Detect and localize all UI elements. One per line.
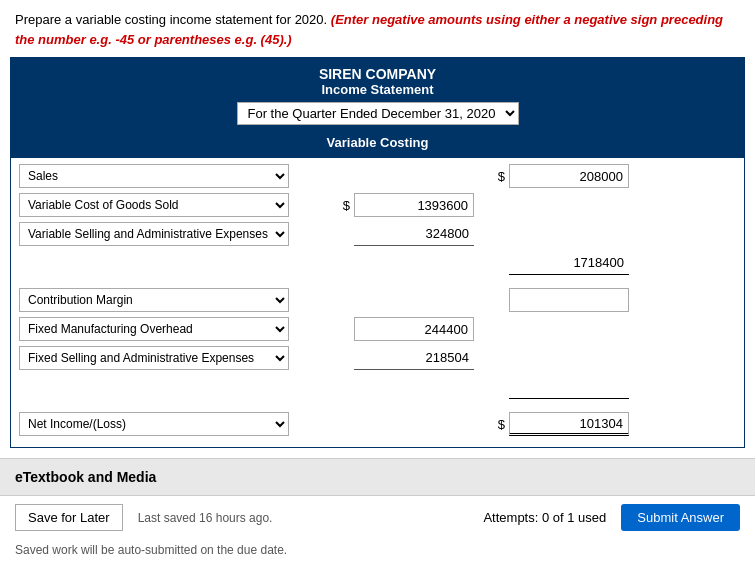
etextbook-label: eTextbook and Media — [15, 469, 156, 485]
table-body: Sales $ 208000 Variable Cost of Goods So… — [11, 158, 744, 447]
sales-select[interactable]: Sales — [19, 164, 289, 188]
netincome-select[interactable]: Net Income/(Loss) — [19, 412, 289, 436]
sales-col2: $ 208000 — [474, 164, 629, 188]
save-button[interactable]: Save for Later — [15, 504, 123, 531]
subtotal1-col2: 1718400 — [474, 251, 629, 275]
sales-dollar: $ — [494, 169, 509, 184]
company-name: SIREN COMPANY — [15, 66, 740, 82]
subtotal1-row: 1718400 — [19, 251, 736, 275]
sales-input[interactable]: 208000 — [509, 164, 629, 188]
netincome-label-cell: Net Income/(Loss) — [19, 412, 319, 436]
fixsell-input[interactable]: 218504 — [354, 346, 474, 370]
statement-title: Income Statement — [15, 82, 740, 97]
contrib-input[interactable] — [509, 288, 629, 312]
netincome-dollar: $ — [494, 417, 509, 432]
instruction-text: Prepare a variable costing income statem… — [0, 0, 755, 57]
last-saved-text: Last saved 16 hours ago. — [138, 511, 273, 525]
vcogs-row: Variable Cost of Goods Sold $ 1393600 — [19, 193, 736, 217]
gap1 — [19, 280, 736, 288]
vsell-select[interactable]: Variable Selling and Administrative Expe… — [19, 222, 289, 246]
netincome-input[interactable]: 101304 — [509, 412, 629, 436]
subtotal1-input[interactable]: 1718400 — [509, 251, 629, 275]
vcogs-input[interactable]: 1393600 — [354, 193, 474, 217]
contrib-select[interactable]: Contribution Margin — [19, 288, 289, 312]
submit-button[interactable]: Submit Answer — [621, 504, 740, 531]
fixmfg-col1: 244400 — [319, 317, 474, 341]
fixsell-label-cell: Fixed Selling and Administrative Expense… — [19, 346, 319, 370]
fixsell-col1: 218504 — [319, 346, 474, 370]
contrib-col2 — [474, 288, 629, 312]
fixmfg-input[interactable]: 244400 — [354, 317, 474, 341]
fixmfg-row: Fixed Manufacturing Overhead 244400 — [19, 317, 736, 341]
sales-label-cell: Sales — [19, 164, 319, 188]
costing-label: Variable Costing — [15, 131, 740, 154]
table-header: SIREN COMPANY Income Statement For the Q… — [11, 58, 744, 158]
subtotal2-row — [19, 375, 736, 399]
netincome-col2: $ 101304 — [474, 412, 629, 436]
vcogs-select[interactable]: Variable Cost of Goods Sold — [19, 193, 289, 217]
contrib-row: Contribution Margin — [19, 288, 736, 312]
vcogs-col1: $ 1393600 — [319, 193, 474, 217]
fixmfg-select[interactable]: Fixed Manufacturing Overhead — [19, 317, 289, 341]
contrib-label-cell: Contribution Margin — [19, 288, 319, 312]
attempts-text: Attempts: 0 of 1 used — [483, 510, 606, 525]
bottom-note: Saved work will be auto-submitted on the… — [0, 539, 755, 561]
fixsell-select[interactable]: Fixed Selling and Administrative Expense… — [19, 346, 289, 370]
fixsell-row: Fixed Selling and Administrative Expense… — [19, 346, 736, 370]
vcogs-dollar: $ — [339, 198, 354, 213]
fixmfg-label-cell: Fixed Manufacturing Overhead — [19, 317, 319, 341]
etextbook-bar: eTextbook and Media — [0, 458, 755, 495]
subtotal2-input[interactable] — [509, 375, 629, 399]
period-select[interactable]: For the Quarter Ended December 31, 2020 — [237, 102, 519, 125]
vsell-col1: 324800 — [319, 222, 474, 246]
vsell-input[interactable]: 324800 — [354, 222, 474, 246]
vsell-row: Variable Selling and Administrative Expe… — [19, 222, 736, 246]
vsell-label-cell: Variable Selling and Administrative Expe… — [19, 222, 319, 246]
footer-bar: Save for Later Last saved 16 hours ago. … — [0, 495, 755, 539]
gap2 — [19, 404, 736, 412]
netincome-row: Net Income/(Loss) $ 101304 — [19, 412, 736, 436]
income-statement-table: SIREN COMPANY Income Statement For the Q… — [10, 57, 745, 448]
vcogs-label-cell: Variable Cost of Goods Sold — [19, 193, 319, 217]
sales-row: Sales $ 208000 — [19, 164, 736, 188]
instruction-main: Prepare a variable costing income statem… — [15, 12, 327, 27]
subtotal2-col2 — [474, 375, 629, 399]
